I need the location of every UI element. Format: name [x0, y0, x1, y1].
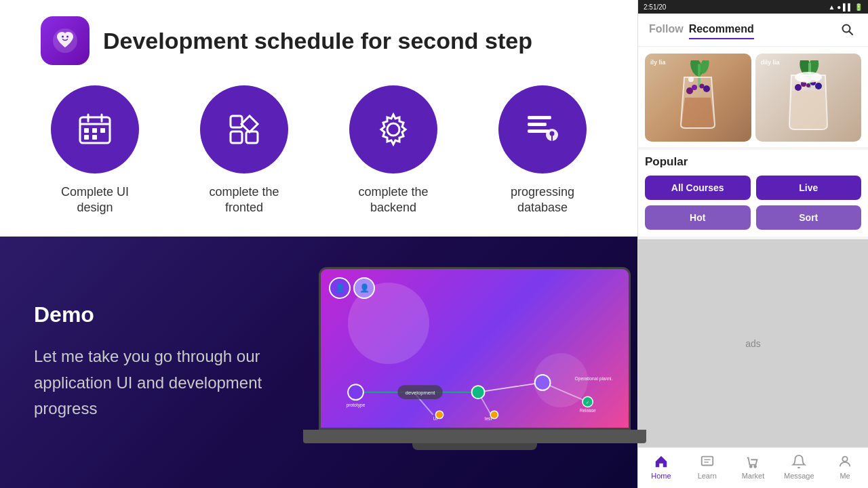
step-backend: complete thebackend [326, 85, 461, 216]
svg-rect-15 [246, 131, 258, 143]
filter-all-courses[interactable]: All Courses [645, 176, 751, 200]
svg-point-50 [700, 84, 705, 89]
svg-line-43 [850, 32, 853, 35]
svg-rect-8 [92, 128, 97, 133]
svg-rect-17 [528, 116, 551, 119]
nav-learn-label: Learn [698, 472, 717, 480]
svg-text:Release: Release [579, 408, 596, 413]
laptop-container: 👤 👤 [319, 267, 631, 457]
ads-label: ads [745, 338, 761, 349]
nav-me[interactable]: Me [822, 453, 868, 483]
step-circle-1 [51, 85, 139, 174]
demo-text: Demo Let me take you go through our appl… [34, 302, 292, 422]
nav-market-label: Market [742, 472, 765, 480]
svg-point-65 [755, 466, 757, 468]
svg-point-48 [692, 85, 697, 90]
demo-description: Let me take you go through our applicati… [34, 344, 292, 422]
drink-image-1[interactable]: ily lia [645, 54, 751, 142]
svg-point-32 [534, 375, 550, 390]
popular-title: Popular [645, 155, 861, 169]
nav-market[interactable]: Market [730, 453, 776, 483]
svg-rect-7 [84, 128, 89, 133]
message-icon [791, 453, 807, 470]
search-button[interactable] [838, 20, 857, 39]
svg-point-55 [795, 84, 802, 91]
demo-section: Demo Let me take you go through our appl… [0, 237, 637, 488]
nav-message-label: Message [784, 472, 814, 480]
filter-sort[interactable]: Sort [756, 205, 862, 230]
nav-home[interactable]: Home [638, 453, 684, 483]
svg-point-38 [490, 411, 498, 418]
page-title: Development schedule for second step [103, 28, 532, 54]
step-label-1: Complete UIdesign [61, 184, 129, 216]
demo-title: Demo [34, 302, 292, 327]
home-icon [653, 453, 669, 470]
svg-rect-12 [231, 116, 242, 127]
svg-point-59 [806, 83, 810, 87]
svg-rect-13 [231, 131, 242, 143]
svg-rect-11 [92, 135, 97, 140]
status-time: 2:51/20 [644, 3, 666, 11]
svg-point-66 [842, 457, 847, 462]
app-header: Follow Recommend [638, 14, 868, 47]
drink-image-2-label: dily lia [761, 59, 780, 66]
logo-icon [41, 16, 90, 65]
svg-point-57 [815, 83, 822, 89]
tab-follow[interactable]: Follow [649, 20, 684, 39]
svg-point-31 [471, 386, 484, 399]
status-right: ▲ ● ▌▌ 🔋 [829, 3, 863, 11]
step-label-2: complete thefronted [209, 184, 279, 216]
svg-point-64 [750, 466, 752, 468]
status-icons: ▲ ● ▌▌ 🔋 [829, 3, 863, 11]
svg-text:prototype: prototype [346, 403, 365, 409]
svg-text:development: development [405, 390, 435, 396]
laptop-base [303, 430, 646, 443]
svg-text:Operational planni...: Operational planni... [574, 376, 613, 382]
step-label-4: progressingdatabase [511, 184, 574, 216]
step-circle-2 [200, 85, 288, 174]
right-panel: 2:51/20 ▲ ● ▌▌ 🔋 Follow Recommend [637, 0, 868, 488]
app-tabs: Follow Recommend [649, 20, 754, 39]
status-left: 2:51/20 [644, 3, 666, 11]
nav-message[interactable]: Message [776, 453, 822, 483]
nav-me-label: Me [840, 472, 850, 480]
learn-icon [699, 453, 715, 470]
laptop-stand [412, 443, 537, 450]
svg-point-49 [703, 85, 710, 92]
nav-home-label: Home [651, 472, 671, 480]
step-frontend: complete thefronted [176, 85, 312, 216]
filter-live[interactable]: Live [756, 176, 862, 200]
svg-line-24 [478, 382, 542, 392]
bottom-nav: Home Learn Market [638, 447, 868, 488]
svg-point-60 [795, 72, 822, 83]
me-icon [837, 453, 853, 470]
nav-learn[interactable]: Learn [684, 453, 730, 483]
svg-rect-10 [84, 135, 89, 140]
svg-rect-19 [528, 129, 549, 133]
step-label-3: complete thebackend [358, 184, 428, 216]
step-circle-3 [349, 85, 437, 174]
filter-hot[interactable]: Hot [645, 205, 751, 230]
drink-image-1-label: ily lia [650, 59, 666, 66]
tab-recommend[interactable]: Recommend [689, 20, 754, 39]
images-row: ily lia [638, 47, 868, 147]
drink-image-2[interactable]: dily lia [755, 54, 862, 142]
svg-rect-9 [100, 128, 105, 133]
steps-row: Complete UIdesign complete thefronted [0, 79, 637, 237]
laptop: 👤 👤 [319, 267, 631, 457]
svg-marker-14 [241, 116, 258, 132]
step-circle-4 [498, 85, 587, 174]
filter-grid: All Courses Live Hot Sort [645, 176, 861, 230]
svg-point-51 [688, 77, 694, 82]
step-database: progressingdatabase [475, 85, 610, 216]
svg-text:✓: ✓ [586, 401, 589, 405]
market-icon [745, 453, 761, 470]
left-panel: Development schedule for second step [0, 0, 637, 488]
popular-section: Popular All Courses Live Hot Sort [638, 150, 868, 237]
svg-point-28 [348, 384, 363, 400]
svg-rect-61 [701, 457, 713, 466]
svg-point-2 [66, 36, 68, 38]
svg-point-1 [62, 36, 64, 38]
header: Development schedule for second step [0, 0, 637, 79]
svg-point-36 [435, 411, 443, 418]
